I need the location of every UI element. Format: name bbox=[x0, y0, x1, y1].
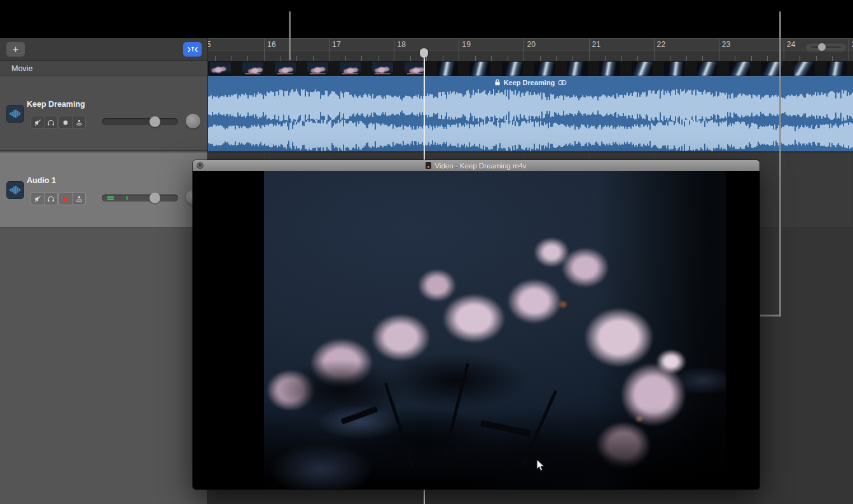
solo-button[interactable] bbox=[44, 116, 57, 128]
video-thumbnail-waves bbox=[599, 62, 620, 76]
movie-track-header[interactable]: Movie bbox=[0, 61, 207, 76]
guide-line-bottom bbox=[760, 315, 781, 317]
record-monitor-group bbox=[59, 116, 86, 129]
video-thumbnail-waves bbox=[534, 62, 555, 76]
volume-slider[interactable] bbox=[102, 194, 178, 201]
video-frame-flowers bbox=[264, 171, 726, 489]
bar-number: 24 bbox=[787, 40, 796, 49]
audio-waveform-icon bbox=[6, 105, 24, 123]
video-window-titlebar[interactable]: Video - Keep Dreaming.m4v bbox=[193, 160, 759, 171]
region-title: Keep Dreaming bbox=[504, 79, 555, 86]
headphones-icon bbox=[47, 119, 55, 126]
pan-knob[interactable] bbox=[186, 114, 200, 128]
lane-gridline bbox=[784, 153, 784, 228]
zoom-slider-rail bbox=[811, 46, 841, 48]
track-header-audio-1[interactable]: Audio 1 bbox=[0, 153, 207, 228]
follow-tempo-icon bbox=[558, 79, 567, 86]
guide-line-left bbox=[289, 11, 291, 60]
bar-number: 20 bbox=[527, 40, 536, 49]
input-monitoring-button[interactable] bbox=[72, 116, 85, 128]
bar-gridline bbox=[849, 39, 849, 62]
bar-gridline bbox=[329, 39, 329, 62]
bar-gridline bbox=[719, 39, 719, 62]
bar-gridline bbox=[654, 39, 655, 62]
video-thumbnail-flowers bbox=[275, 62, 296, 76]
close-button[interactable]: × bbox=[197, 162, 204, 169]
track-header-column: + Movie bbox=[0, 38, 208, 504]
mute-icon bbox=[34, 195, 41, 203]
lock-icon bbox=[494, 79, 501, 86]
video-thumbnail-waves bbox=[469, 62, 490, 76]
video-thumbnail-waves bbox=[664, 62, 685, 76]
mouse-cursor bbox=[536, 459, 546, 473]
add-track-button[interactable]: + bbox=[6, 42, 25, 57]
bar-gridline bbox=[394, 39, 394, 62]
region-header: Keep Dreaming bbox=[208, 77, 853, 88]
subtitle-overlay bbox=[342, 73, 352, 74]
input-monitoring-icon bbox=[75, 195, 83, 203]
record-enable-button[interactable] bbox=[59, 116, 72, 128]
input-monitoring-button[interactable] bbox=[72, 193, 85, 205]
video-thumbnail-flowers bbox=[372, 62, 393, 76]
bar-gridline bbox=[459, 39, 459, 62]
headphones-icon bbox=[47, 195, 55, 203]
bar-number: 21 bbox=[592, 40, 601, 49]
track-filter-button[interactable] bbox=[183, 42, 202, 57]
video-thumbnail-waves bbox=[502, 62, 523, 76]
video-thumbnail-waves bbox=[632, 62, 653, 76]
video-thumbnail-flowers bbox=[307, 62, 328, 76]
video-thumbnail-waves bbox=[437, 62, 458, 76]
track-header-keep-dreaming[interactable]: Keep Dreaming bbox=[0, 76, 207, 151]
subtitle-overlay bbox=[310, 73, 319, 74]
video-window[interactable]: Video - Keep Dreaming.m4v × bbox=[193, 160, 759, 489]
video-thumbnail-waves bbox=[697, 62, 718, 76]
record-icon bbox=[62, 119, 69, 126]
track-name: Keep Dreaming bbox=[27, 100, 85, 109]
garageband-screen: 1516171819202122232425 Keep Dreaming bbox=[0, 0, 853, 504]
bar-number: 23 bbox=[722, 40, 731, 49]
video-thumbnail-waves bbox=[729, 62, 750, 76]
record-icon-armed bbox=[62, 195, 69, 203]
track-header-toolbar: + bbox=[0, 38, 207, 61]
solo-button[interactable] bbox=[44, 193, 57, 205]
video-thumbnail-flowers bbox=[405, 62, 426, 76]
record-monitor-group bbox=[59, 192, 86, 205]
bar-gridline bbox=[589, 39, 590, 62]
video-thumbnail-flowers bbox=[210, 62, 231, 76]
horizontal-zoom-slider[interactable] bbox=[805, 43, 847, 51]
audio-waveform-icon bbox=[6, 181, 24, 199]
mute-button[interactable] bbox=[31, 193, 44, 205]
level-meter bbox=[107, 196, 114, 198]
lane-gridline bbox=[849, 153, 849, 228]
playhead-handle[interactable] bbox=[420, 48, 428, 58]
bar-number: 16 bbox=[267, 40, 276, 49]
track-name: Audio 1 bbox=[27, 176, 56, 185]
video-window-title: Video - Keep Dreaming.m4v bbox=[434, 162, 526, 170]
record-enable-button[interactable] bbox=[59, 193, 72, 205]
video-file-icon bbox=[426, 162, 431, 169]
zoom-slider-thumb[interactable] bbox=[818, 43, 826, 51]
bar-gridline bbox=[524, 39, 524, 62]
subtitle-overlay bbox=[375, 73, 384, 74]
subtitle-overlay bbox=[277, 73, 287, 74]
movie-track-label: Movie bbox=[11, 64, 32, 73]
input-monitoring-icon bbox=[75, 119, 83, 126]
bar-number: 18 bbox=[397, 40, 406, 49]
video-thumbnail-waves bbox=[794, 62, 815, 76]
bar-number: 17 bbox=[332, 40, 341, 49]
video-thumbnail-waves bbox=[826, 62, 847, 76]
subtitle-overlay bbox=[245, 73, 254, 74]
volume-slider-thumb[interactable] bbox=[149, 193, 160, 203]
guide-line-right bbox=[779, 11, 781, 317]
video-thumbnail-flowers bbox=[340, 62, 361, 76]
mute-button[interactable] bbox=[31, 116, 44, 128]
bar-number: 19 bbox=[462, 40, 471, 49]
volume-slider[interactable] bbox=[102, 118, 178, 125]
track-filter-icon bbox=[187, 46, 198, 53]
audio-region-keep-dreaming[interactable]: Keep Dreaming bbox=[208, 76, 853, 151]
subtitle-overlay bbox=[407, 73, 417, 74]
volume-slider-thumb[interactable] bbox=[149, 116, 160, 127]
video-thumbnail-waves bbox=[567, 62, 588, 76]
mute-icon bbox=[34, 119, 41, 126]
mute-solo-group bbox=[31, 192, 58, 205]
